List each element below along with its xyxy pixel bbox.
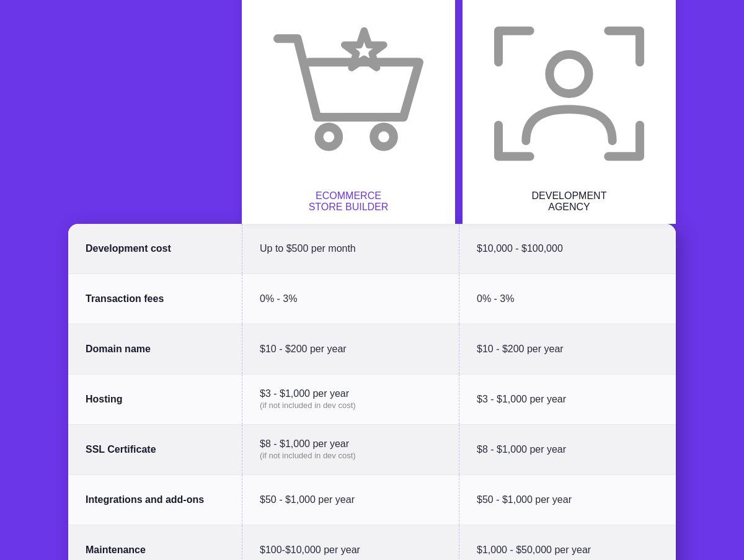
row-label-cell: Maintenance [68,525,242,561]
comparison-wrapper: ECOMMERCE STORE BUILDER [68,0,676,560]
svg-point-3 [549,54,588,93]
agency-value-cell: $1,000 - $50,000 per year [459,525,676,561]
row-label: Transaction fees [86,293,224,304]
row-label: SSL Certificate [86,444,224,455]
ecommerce-sub: (if not included in dev cost) [260,401,441,410]
ecommerce-icon-area [254,0,443,190]
row-label: Development cost [86,243,224,254]
header-row: ECOMMERCE STORE BUILDER [68,0,676,224]
agency-value-cell: $3 - $1,000 per year [459,375,676,424]
ecommerce-value: Up to $500 per month [260,243,441,254]
agency-title: DEVELOPMENT AGENCY [475,190,663,213]
ecommerce-value-cell: $50 - $1,000 per year [242,475,459,525]
row-label-cell: Development cost [68,224,242,273]
row-label-cell: Integrations and add-ons [68,475,242,525]
agency-value-cell: $50 - $1,000 per year [459,475,676,525]
table-row: Maintenance$100-$10,000 per year$1,000 -… [68,525,676,561]
agency-value-cell: $8 - $1,000 per year [459,425,676,474]
row-label-cell: SSL Certificate [68,425,242,474]
ecommerce-sub: (if not included in dev cost) [260,451,441,460]
ecommerce-value-cell: $100-$10,000 per year [242,525,459,561]
row-label-cell: Transaction fees [68,274,242,324]
table-row: Development costUp to $500 per month$10,… [68,224,676,274]
table-row: Integrations and add-ons$50 - $1,000 per… [68,475,676,525]
ecommerce-value-cell: $3 - $1,000 per year(if not included in … [242,375,459,424]
agency-value-cell: $10 - $200 per year [459,324,676,374]
comparison-container: ECOMMERCE STORE BUILDER [68,0,676,560]
table-row: Domain name$10 - $200 per year$10 - $200… [68,324,676,375]
table-row: SSL Certificate$8 - $1,000 per year(if n… [68,425,676,475]
ecommerce-value-cell: Up to $500 per month [242,224,459,273]
cart-star-icon [254,0,443,188]
agency-value: 0% - 3% [477,293,658,304]
row-label-cell: Domain name [68,324,242,374]
ecommerce-value-cell: 0% - 3% [242,274,459,324]
agency-value: $3 - $1,000 per year [477,394,658,405]
person-frame-icon [475,0,663,188]
table-row: Hosting$3 - $1,000 per year(if not inclu… [68,375,676,425]
ecommerce-value: $100-$10,000 per year [260,544,441,556]
row-label: Hosting [86,394,224,405]
agency-icon-area [475,0,663,190]
ecommerce-value: $3 - $1,000 per year [260,388,441,399]
agency-value: $10,000 - $100,000 [477,243,658,254]
agency-value: $50 - $1,000 per year [477,494,658,505]
agency-value-cell: $10,000 - $100,000 [459,224,676,273]
agency-value: $10 - $200 per year [477,344,658,355]
svg-point-2 [374,127,394,146]
ecommerce-value-cell: $8 - $1,000 per year(if not included in … [242,425,459,474]
ecommerce-title: ECOMMERCE STORE BUILDER [254,190,443,213]
ecommerce-value: $8 - $1,000 per year [260,438,441,450]
header-empty-cell [68,0,242,224]
agency-value: $1,000 - $50,000 per year [477,544,658,556]
row-label: Integrations and add-ons [86,494,224,505]
agency-value: $8 - $1,000 per year [477,444,658,455]
ecommerce-value-cell: $10 - $200 per year [242,324,459,374]
ecommerce-header: ECOMMERCE STORE BUILDER [242,0,455,224]
comparison-table: Development costUp to $500 per month$10,… [68,224,676,561]
ecommerce-value: $10 - $200 per year [260,344,441,355]
row-label: Maintenance [86,544,224,556]
agency-header: DEVELOPMENT AGENCY [463,0,676,224]
row-label-cell: Hosting [68,375,242,424]
agency-value-cell: 0% - 3% [459,274,676,324]
ecommerce-value: 0% - 3% [260,293,441,304]
row-label: Domain name [86,344,224,355]
svg-point-1 [319,127,339,146]
table-row: Transaction fees0% - 3%0% - 3% [68,274,676,324]
ecommerce-value: $50 - $1,000 per year [260,494,441,505]
